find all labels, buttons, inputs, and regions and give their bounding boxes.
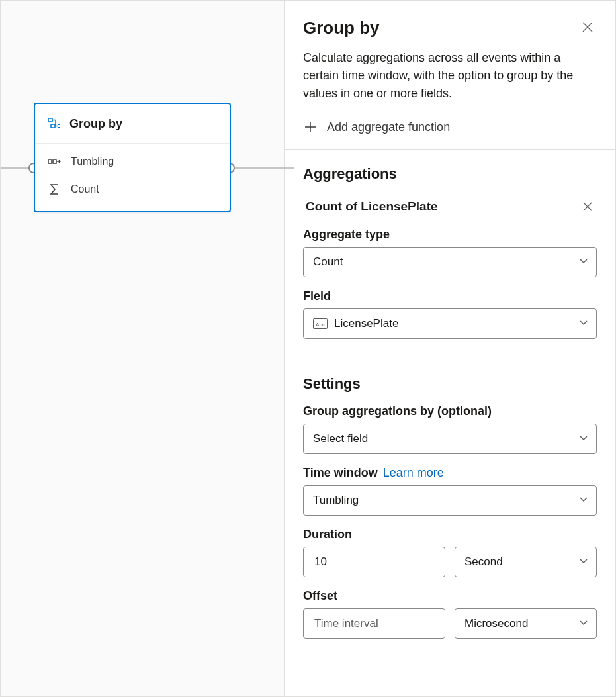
sigma-icon: [47, 183, 62, 195]
chevron-down-icon: [579, 555, 588, 569]
node-rows: Tumbling Count: [35, 144, 230, 211]
node-row-tumbling[interactable]: Tumbling: [35, 148, 230, 175]
chevron-down-icon: [579, 256, 588, 269]
app-root: Group by Tumbling: [0, 0, 616, 697]
aggregate-type-label: Aggregate type: [303, 228, 597, 242]
duration-input-wrap[interactable]: [303, 547, 445, 577]
timewindow-label: Time window: [303, 466, 378, 480]
panel-title: Group by: [303, 18, 380, 38]
svg-rect-2: [48, 160, 52, 163]
svg-rect-3: [53, 160, 56, 163]
duration-unit-value: Second: [464, 555, 503, 569]
duration-input[interactable]: [313, 547, 417, 577]
offset-input-wrap[interactable]: [303, 608, 445, 639]
plus-icon: [303, 120, 318, 134]
properties-panel: Group by Calculate aggregations across a…: [284, 1, 615, 696]
aggregate-type-select[interactable]: Count: [303, 247, 597, 277]
chevron-down-icon: [579, 494, 588, 507]
node-header[interactable]: Group by: [35, 104, 230, 144]
duration-unit-select[interactable]: Second: [455, 547, 597, 577]
aggregation-item-title: Count of LicensePlate: [303, 199, 438, 214]
divider: [285, 359, 615, 359]
field-value: LicensePlate: [334, 317, 398, 330]
chevron-down-icon: [579, 432, 588, 445]
svg-text:Abc: Abc: [316, 322, 325, 328]
duration-label: Duration: [303, 528, 597, 541]
tumbling-icon: [47, 157, 62, 166]
abc-icon: Abc: [313, 318, 328, 329]
timewindow-value: Tumbling: [313, 494, 359, 507]
offset-label: Offset: [303, 589, 597, 603]
offset-unit-select[interactable]: Microsecond: [455, 608, 597, 639]
panel-description: Calculate aggregations across all events…: [303, 49, 597, 103]
aggregate-type-value: Count: [313, 256, 343, 269]
field-label: Field: [303, 289, 597, 303]
canvas[interactable]: Group by Tumbling: [1, 1, 284, 696]
offset-unit-value: Microsecond: [464, 617, 528, 630]
add-aggregate-button[interactable]: Add aggregate function: [303, 117, 597, 137]
svg-rect-0: [48, 118, 52, 122]
groupby-select[interactable]: Select field: [303, 424, 597, 454]
learn-more-link[interactable]: Learn more: [383, 466, 444, 480]
add-aggregate-label: Add aggregate function: [327, 120, 450, 134]
settings-heading: Settings: [303, 375, 597, 393]
divider: [285, 149, 615, 150]
aggregations-heading: Aggregations: [303, 165, 597, 183]
chevron-down-icon: [579, 617, 588, 630]
offset-input[interactable]: [313, 609, 417, 638]
close-button[interactable]: [578, 18, 597, 36]
groupby-value: Select field: [313, 432, 368, 445]
node-row-count[interactable]: Count: [35, 175, 230, 203]
edge-out: [228, 167, 294, 169]
svg-rect-1: [51, 124, 55, 128]
node-row-label: Count: [71, 183, 99, 195]
chevron-down-icon: [579, 317, 588, 330]
node-row-label: Tumbling: [71, 156, 114, 167]
field-select[interactable]: Abc LicensePlate: [303, 308, 597, 339]
node-title: Group by: [69, 117, 122, 131]
groupby-icon: [47, 118, 62, 131]
timewindow-select[interactable]: Tumbling: [303, 485, 597, 516]
remove-aggregation-button[interactable]: [578, 197, 597, 216]
groupby-label: Group aggregations by (optional): [303, 404, 597, 418]
groupby-node[interactable]: Group by Tumbling: [34, 103, 231, 212]
